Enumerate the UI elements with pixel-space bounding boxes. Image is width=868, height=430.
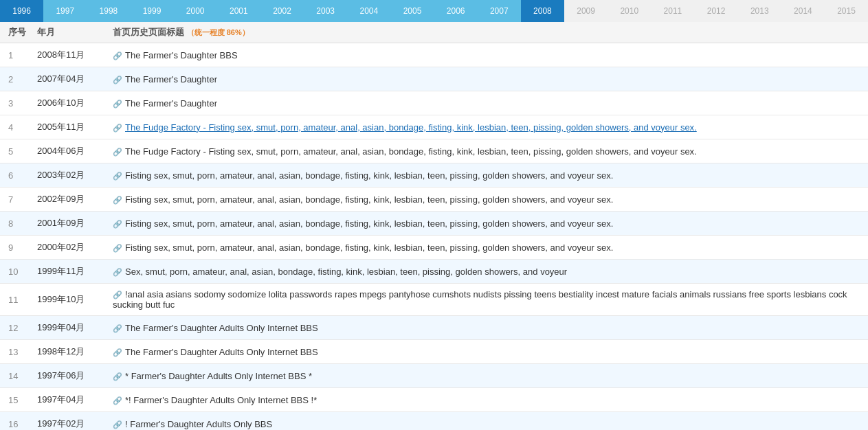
seq-cell: 11	[0, 284, 34, 316]
seq-cell: 4	[0, 115, 34, 139]
timeline-year-2011[interactable]: 2011	[651, 0, 694, 22]
title-text: The Farmer's Daughter	[125, 98, 217, 109]
title-text: !anal asia asians sodomy sodomize lolita…	[113, 289, 847, 310]
title-text: Sex, smut, porn, amateur, anal, asian, b…	[125, 267, 567, 277]
timeline-year-2012[interactable]: 2012	[695, 0, 738, 22]
timeline-year-2006[interactable]: 2006	[434, 0, 478, 22]
date-cell: 2008年11月	[34, 43, 110, 67]
table-row: 42005年11月🔗The Fudge Factory - Fisting se…	[0, 115, 868, 139]
timeline-year-2001[interactable]: 2001	[217, 0, 260, 22]
date-cell: 1999年11月	[34, 260, 110, 284]
date-cell: 1997年06月	[34, 364, 110, 388]
timeline-year-1998[interactable]: 1998	[87, 0, 130, 22]
seq-cell: 16	[0, 412, 34, 431]
title-text: The Farmer's Daughter Adults Only Intern…	[125, 347, 318, 357]
title-text: The Farmer's Daughter Adults Only Intern…	[125, 323, 318, 333]
timeline-year-2008[interactable]: 2008	[521, 0, 564, 22]
date-cell: 2007年04月	[34, 67, 110, 91]
seq-cell: 5	[0, 139, 34, 163]
col-date-header: 年月	[34, 22, 110, 43]
title-text: Fisting sex, smut, porn, amateur, anal, …	[125, 218, 613, 229]
title-cell: 🔗The Farmer's Daughter BBS	[110, 43, 868, 67]
seq-cell: 2	[0, 67, 34, 91]
seq-cell: 1	[0, 43, 34, 67]
title-cell: 🔗Sex, smut, porn, amateur, anal, asian, …	[110, 260, 868, 284]
link-icon: 🔗	[113, 76, 122, 84]
link-icon: 🔗	[113, 268, 122, 276]
title-text: Fisting sex, smut, porn, amateur, anal, …	[125, 242, 613, 253]
table-row: 101999年11月🔗Sex, smut, porn, amateur, ana…	[0, 260, 868, 284]
seq-cell: 12	[0, 316, 34, 340]
table-row: 92000年02月🔗Fisting sex, smut, porn, amate…	[0, 236, 868, 260]
title-cell: 🔗The Farmer's Daughter	[110, 91, 868, 115]
table-row: 82001年09月🔗Fisting sex, smut, porn, amate…	[0, 212, 868, 236]
timeline-year-2002[interactable]: 2002	[260, 0, 304, 22]
timeline-bar: 1996199719981999200020012002200320042005…	[0, 0, 868, 22]
seq-cell: 9	[0, 236, 34, 260]
title-cell: 🔗Fisting sex, smut, porn, amateur, anal,…	[110, 163, 868, 188]
table-row: 121999年04月🔗The Farmer's Daughter Adults …	[0, 316, 868, 340]
link-icon: 🔗	[113, 348, 122, 357]
link-icon: 🔗	[113, 172, 122, 180]
title-cell: 🔗Fisting sex, smut, porn, amateur, anal,…	[110, 236, 868, 260]
date-cell: 2001年09月	[34, 212, 110, 236]
title-cell: 🔗Fisting sex, smut, porn, amateur, anal,…	[110, 212, 868, 236]
col-note-badge: （统一程度 86%）	[187, 28, 249, 36]
table-row: 111999年10月🔗!anal asia asians sodomy sodo…	[0, 284, 868, 316]
date-cell: 2002年09月	[34, 188, 110, 212]
seq-cell: 10	[0, 260, 34, 284]
link-icon: 🔗	[113, 396, 122, 405]
date-cell: 1997年04月	[34, 388, 110, 412]
seq-cell: 13	[0, 340, 34, 364]
title-text: Fisting sex, smut, porn, amateur, anal, …	[125, 170, 613, 181]
seq-cell: 6	[0, 163, 34, 188]
title-text: ! Farmer's Daughter Adults Only BBS	[125, 419, 272, 429]
col-title-header: 首页历史页面标题 （统一程度 86%）	[110, 22, 868, 43]
title-cell: 🔗The Fudge Factory - Fisting sex, smut, …	[110, 139, 868, 163]
timeline-year-2010[interactable]: 2010	[608, 0, 651, 22]
timeline-year-2009[interactable]: 2009	[564, 0, 608, 22]
timeline-year-2015[interactable]: 2015	[825, 0, 868, 22]
date-cell: 1997年02月	[34, 412, 110, 431]
timeline-year-2005[interactable]: 2005	[390, 0, 434, 22]
link-icon: 🔗	[113, 100, 122, 108]
title-link[interactable]: The Fudge Factory - Fisting sex, smut, p…	[125, 122, 697, 133]
timeline-year-1999[interactable]: 1999	[130, 0, 173, 22]
link-icon: 🔗	[113, 220, 122, 228]
link-icon: 🔗	[113, 148, 122, 156]
timeline-year-2004[interactable]: 2004	[347, 0, 390, 22]
link-icon: 🔗	[113, 52, 122, 60]
timeline-year-1997[interactable]: 1997	[43, 0, 87, 22]
title-cell[interactable]: 🔗The Fudge Factory - Fisting sex, smut, …	[110, 115, 868, 139]
timeline-year-2003[interactable]: 2003	[304, 0, 347, 22]
date-cell: 1999年10月	[34, 284, 110, 316]
timeline-year-1996[interactable]: 1996	[0, 0, 43, 22]
title-text: The Farmer's Daughter BBS	[125, 50, 238, 60]
title-cell: 🔗*! Farmer's Daughter Adults Only Intern…	[110, 388, 868, 412]
title-text: Fisting sex, smut, porn, amateur, anal, …	[125, 194, 613, 205]
table-row: 161997年02月🔗! Farmer's Daughter Adults On…	[0, 412, 868, 431]
date-cell: 2003年02月	[34, 163, 110, 188]
date-cell: 1999年04月	[34, 316, 110, 340]
seq-cell: 7	[0, 188, 34, 212]
col-title-label: 首页历史页面标题	[113, 27, 184, 37]
date-cell: 1998年12月	[34, 340, 110, 364]
link-icon: 🔗	[113, 291, 122, 299]
timeline-year-2007[interactable]: 2007	[478, 0, 521, 22]
title-cell: 🔗The Farmer's Daughter Adults Only Inter…	[110, 340, 868, 364]
seq-cell: 3	[0, 91, 34, 115]
title-cell: 🔗! Farmer's Daughter Adults Only BBS	[110, 412, 868, 431]
title-text: The Fudge Factory - Fisting sex, smut, p…	[125, 146, 697, 157]
timeline-year-2014[interactable]: 2014	[781, 0, 825, 22]
table-row: 151997年04月🔗*! Farmer's Daughter Adults O…	[0, 388, 868, 412]
title-text: *! Farmer's Daughter Adults Only Interne…	[125, 395, 317, 405]
timeline-year-2013[interactable]: 2013	[738, 0, 781, 22]
link-icon: 🔗	[113, 196, 122, 204]
seq-cell: 8	[0, 212, 34, 236]
link-icon: 🔗	[113, 324, 122, 332]
date-cell: 2006年10月	[34, 91, 110, 115]
date-cell: 2004年06月	[34, 139, 110, 163]
table-row: 72002年09月🔗Fisting sex, smut, porn, amate…	[0, 188, 868, 212]
table-row: 32006年10月🔗The Farmer's Daughter	[0, 91, 868, 115]
timeline-year-2000[interactable]: 2000	[174, 0, 217, 22]
